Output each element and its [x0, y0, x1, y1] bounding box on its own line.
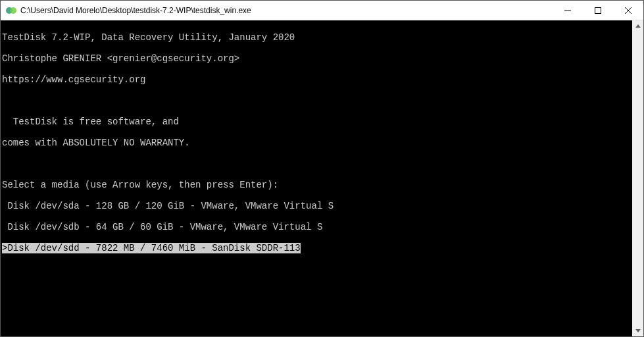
svg-marker-5 [635, 329, 641, 332]
close-button[interactable] [613, 1, 643, 20]
notice-line: TestDisk is free software, and [2, 117, 631, 127]
blank-line [2, 285, 631, 296]
scroll-up-icon[interactable] [632, 20, 643, 32]
select-prompt: Select a media (use Arrow keys, then pre… [2, 180, 631, 190]
disk-option[interactable]: Disk /dev/sda - 128 GB / 120 GiB - VMwar… [2, 201, 631, 211]
disk-option[interactable]: Disk /dev/sdb - 64 GB / 60 GiB - VMware,… [2, 222, 631, 232]
blank-line [2, 159, 631, 169]
window-title: C:\Users\David Morelo\Desktop\testdisk-7… [20, 6, 553, 15]
svg-rect-1 [595, 7, 601, 13]
minimize-button[interactable] [553, 1, 583, 20]
maximize-button[interactable] [583, 1, 613, 20]
header-line: Christophe GRENIER <grenier@cgsecurity.o… [2, 53, 631, 64]
scrollbar[interactable] [632, 20, 643, 336]
notice-line: comes with ABSOLUTELY NO WARRANTY. [2, 138, 631, 148]
terminal-output: TestDisk 7.2-WIP, Data Recovery Utility,… [1, 20, 632, 336]
scroll-down-icon[interactable] [632, 325, 643, 336]
header-line: https://www.cgsecurity.org [2, 74, 631, 85]
window-controls [553, 1, 643, 20]
disk-option-selected[interactable]: >Disk /dev/sdd - 7822 MB / 7460 MiB - Sa… [2, 243, 631, 253]
blank-line [2, 327, 631, 336]
blank-line [2, 95, 631, 106]
app-icon [6, 5, 16, 16]
header-line: TestDisk 7.2-WIP, Data Recovery Utility,… [2, 32, 631, 43]
blank-line [2, 306, 631, 317]
svg-marker-4 [635, 24, 641, 28]
blank-line [2, 264, 631, 274]
titlebar: C:\Users\David Morelo\Desktop\testdisk-7… [1, 1, 643, 20]
